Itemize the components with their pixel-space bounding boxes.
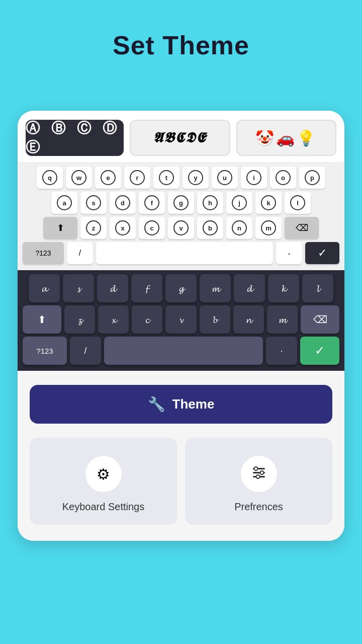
space-button[interactable] — [96, 242, 273, 264]
key-o[interactable]: o — [270, 167, 296, 189]
keyboard-dark: 𝓪 𝓼 𝓭 𝓯 𝓰 𝓶 𝓭 𝓴 𝓵 ⬆ 𝔃 𝔁 𝓬 𝓿 𝓫 𝓷 𝓶 ⌫ — [18, 270, 344, 371]
dark-key-a[interactable]: 𝓪 — [29, 274, 60, 302]
num-button[interactable]: ?123 — [23, 242, 64, 264]
key-l[interactable]: l — [285, 192, 311, 214]
dark-key-n[interactable]: 𝓷 — [233, 305, 264, 334]
backspace-icon — [296, 222, 308, 233]
key-f[interactable]: f — [139, 192, 165, 214]
dark-key-k[interactable]: 𝓴 — [268, 274, 299, 302]
key-row-2: a s d f g h j k l — [23, 192, 339, 214]
keyboard-light: 1q w e r t y u i — [18, 163, 344, 270]
key-g[interactable]: g — [168, 192, 194, 214]
key-r[interactable]: r — [124, 167, 150, 189]
dark-key-d[interactable]: 𝓭 — [97, 274, 128, 302]
sliders-icon — [251, 464, 267, 484]
key-h[interactable]: h — [197, 192, 223, 214]
tab-block-label: Ⓐ Ⓑ Ⓒ Ⓓ Ⓔ — [26, 119, 124, 157]
icon-grid: ⚙ Keyboard Settings — [30, 438, 332, 525]
key-n[interactable]: n — [226, 217, 252, 239]
dark-key-b[interactable]: 𝓫 — [200, 305, 230, 334]
enter-button[interactable] — [305, 242, 339, 264]
shift-button[interactable] — [43, 217, 77, 239]
key-m[interactable]: m — [255, 217, 282, 239]
preferences-card[interactable]: Prefrences — [185, 438, 332, 525]
dark-key-s[interactable]: 𝓼 — [63, 274, 94, 302]
gear-icon: ⚙ — [97, 465, 110, 483]
key-p[interactable]: p — [299, 167, 325, 189]
dark-key-z[interactable]: 𝔃 — [64, 305, 95, 334]
tab-block[interactable]: Ⓐ Ⓑ Ⓒ Ⓓ Ⓔ — [26, 120, 124, 156]
tab-outlined[interactable]: 𝕬𝕭𝕮𝕯𝕰 — [130, 120, 230, 156]
dark-key-j[interactable]: 𝓭 — [234, 274, 265, 302]
phone-frame: Ⓐ Ⓑ Ⓒ Ⓓ Ⓔ 𝕬𝕭𝕮𝕯𝕰 🤡🚗💡 1q w e r — [18, 111, 344, 541]
dark-backspace-button[interactable]: ⌫ — [301, 305, 339, 334]
dark-key-v[interactable]: 𝓿 — [165, 305, 196, 334]
dark-key-row-2: ⬆ 𝔃 𝔁 𝓬 𝓿 𝓫 𝓷 𝓶 ⌫ — [23, 305, 339, 334]
dark-key-m[interactable]: 𝓶 — [267, 305, 298, 334]
key-row-4: ?123 / · — [23, 242, 339, 264]
key-row-3: z x c v b n m — [23, 217, 339, 239]
check-icon — [318, 247, 327, 260]
bottom-panel: Theme ⚙ Keyboard Settings — [18, 371, 344, 541]
key-k[interactable]: k — [255, 192, 282, 214]
dot-button[interactable]: · — [276, 242, 302, 264]
dark-slash-button[interactable]: / — [70, 337, 101, 365]
svg-point-4 — [260, 471, 263, 474]
sliders-icon-circle — [241, 456, 277, 492]
dark-key-h[interactable]: 𝓶 — [200, 274, 231, 302]
key-d[interactable]: d — [110, 192, 136, 214]
key-y[interactable]: y — [183, 167, 209, 189]
tab-emoji-label: 🤡🚗💡 — [255, 129, 317, 147]
preferences-label: Prefrences — [234, 501, 283, 513]
dark-key-c[interactable]: 𝓬 — [132, 305, 162, 334]
key-c[interactable]: c — [139, 217, 165, 239]
svg-point-3 — [254, 467, 257, 470]
key-s[interactable]: s — [80, 192, 107, 214]
shift-icon — [57, 222, 64, 233]
dark-shift-icon: ⬆ — [38, 313, 46, 326]
keyboard-settings-card[interactable]: ⚙ Keyboard Settings — [30, 438, 177, 525]
dark-num-button[interactable]: ?123 — [23, 337, 67, 365]
gear-icon-circle: ⚙ — [85, 456, 122, 492]
key-i[interactable]: i — [241, 167, 267, 189]
header: Set Theme — [0, 0, 362, 75]
dark-key-f[interactable]: 𝓯 — [131, 274, 162, 302]
dark-key-row-1: 𝓪 𝓼 𝓭 𝓯 𝓰 𝓶 𝓭 𝓴 𝓵 — [23, 274, 339, 302]
key-w[interactable]: w — [66, 167, 92, 189]
tab-outlined-label: 𝕬𝕭𝕮𝕯𝕰 — [153, 130, 207, 146]
dark-check-icon: ✓ — [315, 344, 325, 358]
slash-button[interactable]: / — [67, 242, 93, 264]
dark-dot-button[interactable]: · — [266, 337, 297, 365]
key-t[interactable]: t — [153, 167, 179, 189]
key-e[interactable]: e — [95, 167, 121, 189]
dark-shift-button[interactable]: ⬆ — [23, 305, 61, 334]
keyboard-settings-label: Keyboard Settings — [62, 501, 144, 513]
wrench-icon — [148, 396, 165, 413]
key-row-1: 1q w e r t y u i — [23, 167, 339, 189]
theme-button-label: Theme — [172, 396, 215, 412]
key-u[interactable]: u — [212, 167, 238, 189]
key-z[interactable]: z — [80, 217, 107, 239]
dark-space-button[interactable] — [104, 337, 263, 365]
key-x[interactable]: x — [110, 217, 136, 239]
key-j[interactable]: j — [226, 192, 252, 214]
dark-key-row-3: ?123 / · ✓ — [23, 337, 339, 365]
key-a[interactable]: a — [51, 192, 77, 214]
svg-point-5 — [256, 475, 259, 478]
dark-backspace-icon: ⌫ — [313, 313, 327, 326]
font-tabs: Ⓐ Ⓑ Ⓒ Ⓓ Ⓔ 𝕬𝕭𝕮𝕯𝕰 🤡🚗💡 — [18, 111, 344, 163]
theme-button[interactable]: Theme — [30, 385, 332, 424]
key-b[interactable]: b — [197, 217, 223, 239]
dark-key-l[interactable]: 𝓵 — [302, 274, 333, 302]
dark-enter-button[interactable]: ✓ — [300, 337, 339, 365]
backspace-button[interactable] — [285, 217, 319, 239]
tab-emoji[interactable]: 🤡🚗💡 — [236, 120, 336, 156]
key-v[interactable]: v — [168, 217, 194, 239]
page-title: Set Theme — [10, 30, 352, 60]
dark-key-g[interactable]: 𝓰 — [165, 274, 197, 302]
dark-key-x[interactable]: 𝔁 — [98, 305, 129, 334]
key-q[interactable]: 1q — [37, 167, 63, 189]
